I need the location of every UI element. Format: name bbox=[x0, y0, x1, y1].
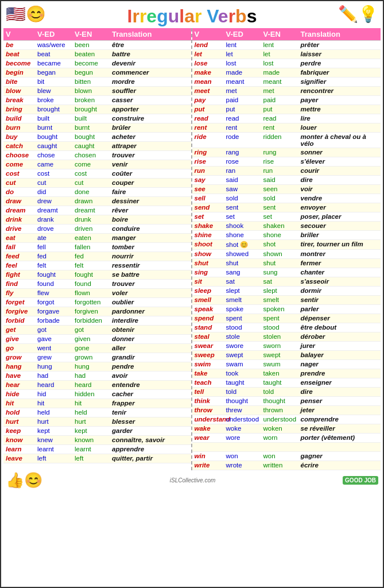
verb-base: sweep bbox=[193, 351, 225, 358]
verb-translation: perdre bbox=[300, 60, 380, 67]
verb-base: cut bbox=[5, 179, 36, 186]
thumbs-up-emoji: 👍😊 bbox=[6, 471, 42, 489]
verb-past: left bbox=[36, 455, 73, 462]
verb-participle: rise bbox=[262, 158, 300, 165]
verb-translation: blesser bbox=[111, 418, 190, 425]
verb-base: choose bbox=[5, 152, 36, 158]
verb-participle: held bbox=[73, 409, 111, 416]
verb-base: begin bbox=[5, 69, 36, 76]
table-row: forget forgot forgotten oublier bbox=[3, 298, 191, 307]
table-row: wake woke woken se réveiller bbox=[192, 424, 381, 434]
verb-participle: written bbox=[262, 462, 300, 469]
table-row: see saw seen voir bbox=[192, 185, 381, 194]
verb-translation: acheter bbox=[111, 133, 190, 140]
verb-translation: nager bbox=[300, 361, 380, 368]
verb-translation: cacher bbox=[111, 390, 190, 397]
verb-base: dream bbox=[5, 207, 36, 214]
verb-base: throw bbox=[193, 407, 225, 413]
verb-translation: balayer bbox=[300, 351, 380, 358]
verb-past: lent bbox=[225, 41, 262, 48]
verb-past: shut bbox=[225, 260, 262, 266]
table-row: tell told told dire bbox=[192, 388, 381, 397]
verb-base: put bbox=[193, 106, 225, 113]
verb-base: forgive bbox=[5, 308, 36, 315]
table-row: rent rent rent louer bbox=[192, 123, 381, 133]
verb-past: made bbox=[225, 69, 262, 76]
verb-participle: got bbox=[73, 326, 111, 333]
verb-participle: lent bbox=[262, 41, 300, 48]
verb-base: build bbox=[5, 115, 36, 122]
verb-translation: monter à cheval ou à vélo bbox=[300, 133, 380, 147]
verb-participle: drawn bbox=[73, 198, 111, 204]
verb-past: began bbox=[36, 69, 73, 76]
table-row: go went gone aller bbox=[3, 344, 191, 353]
verb-base: hang bbox=[5, 363, 36, 370]
table-row: think thought thought penser bbox=[192, 397, 381, 406]
verb-base: hold bbox=[5, 409, 36, 416]
verb-past: set bbox=[225, 213, 262, 220]
verb-past: read bbox=[225, 115, 262, 122]
verb-past: cut bbox=[36, 179, 73, 186]
verb-base: leave bbox=[5, 455, 36, 462]
table-row: get got got obtenir bbox=[3, 326, 191, 335]
verb-base: mean bbox=[193, 78, 225, 85]
verb-past: spoke bbox=[225, 305, 262, 312]
verb-past: held bbox=[36, 409, 73, 416]
verb-translation: enseigner bbox=[300, 379, 380, 386]
flag-emoji: 🇺🇸😊 bbox=[6, 5, 46, 24]
table-row: find found found trouver bbox=[3, 280, 191, 289]
verb-base: sit bbox=[193, 278, 225, 285]
verb-translation: sentir bbox=[300, 296, 380, 303]
table-row: burn burnt burnt brûler bbox=[3, 123, 191, 133]
verb-participle: become bbox=[73, 60, 111, 67]
verb-participle: shut bbox=[262, 260, 300, 266]
verb-participle: smelt bbox=[262, 296, 300, 303]
verb-participle: seen bbox=[262, 185, 300, 192]
verb-translation: fermer bbox=[300, 260, 380, 266]
table-row: stand stood stood être debout bbox=[192, 323, 381, 332]
col-ved-left: V-ED bbox=[36, 30, 73, 38]
left-verbs-list: be was/were been être beat beat beaten b… bbox=[3, 41, 191, 463]
verb-participle: stood bbox=[262, 324, 300, 331]
col-ved-right: V-ED bbox=[225, 30, 262, 38]
table-row: have had had avoir bbox=[3, 372, 191, 381]
verb-translation: montrer bbox=[300, 250, 380, 257]
verb-past: kept bbox=[36, 427, 73, 434]
verb-translation: envoyer bbox=[300, 204, 380, 211]
verb-past: ran bbox=[225, 167, 262, 174]
verb-participle: done bbox=[73, 188, 111, 195]
verb-translation: tirer, tourner un film bbox=[300, 241, 380, 247]
verb-participle: swum bbox=[262, 361, 300, 368]
table-row: write wrote written écrire bbox=[192, 461, 381, 470]
verb-base: hurt bbox=[5, 418, 36, 425]
verb-past: met bbox=[225, 87, 262, 94]
verb-translation: obtenir bbox=[111, 326, 190, 333]
table-row: hit hit hit frapper bbox=[3, 399, 191, 408]
verb-translation: brûler bbox=[111, 124, 190, 131]
verb-base: feel bbox=[5, 262, 36, 269]
left-column: V V-ED V-EN Translation be was/were been… bbox=[3, 28, 192, 470]
table-row: dream dreamt dreamt rêver bbox=[3, 206, 191, 215]
verb-past: brought bbox=[36, 106, 73, 113]
verb-participle: ridden bbox=[262, 133, 300, 140]
verb-base: forbid bbox=[5, 317, 36, 324]
verb-past: sent bbox=[225, 204, 262, 211]
table-row: keep kept kept garder bbox=[3, 427, 191, 436]
table-row: sweep swept swept balayer bbox=[192, 351, 381, 360]
verb-base: sleep bbox=[193, 287, 225, 294]
table-row: fly flew flown voler bbox=[3, 289, 191, 298]
verb-past: taught bbox=[225, 379, 262, 386]
table-row: spend spent spent dépenser bbox=[192, 314, 381, 323]
col-trans-left: Translation bbox=[111, 30, 190, 38]
verb-past: drank bbox=[36, 216, 73, 223]
verb-participle: drunk bbox=[73, 216, 111, 223]
verb-base: send bbox=[193, 204, 225, 211]
verb-translation: pendre bbox=[111, 363, 190, 370]
table-row: hold held held tenir bbox=[3, 408, 191, 417]
verb-past: swam bbox=[225, 361, 262, 368]
verb-past: burnt bbox=[36, 124, 73, 131]
verb-base: give bbox=[5, 335, 36, 342]
verb-base: drive bbox=[5, 225, 36, 232]
verb-participle: woken bbox=[262, 425, 300, 432]
verb-translation: porter (vêtement) bbox=[300, 434, 380, 441]
